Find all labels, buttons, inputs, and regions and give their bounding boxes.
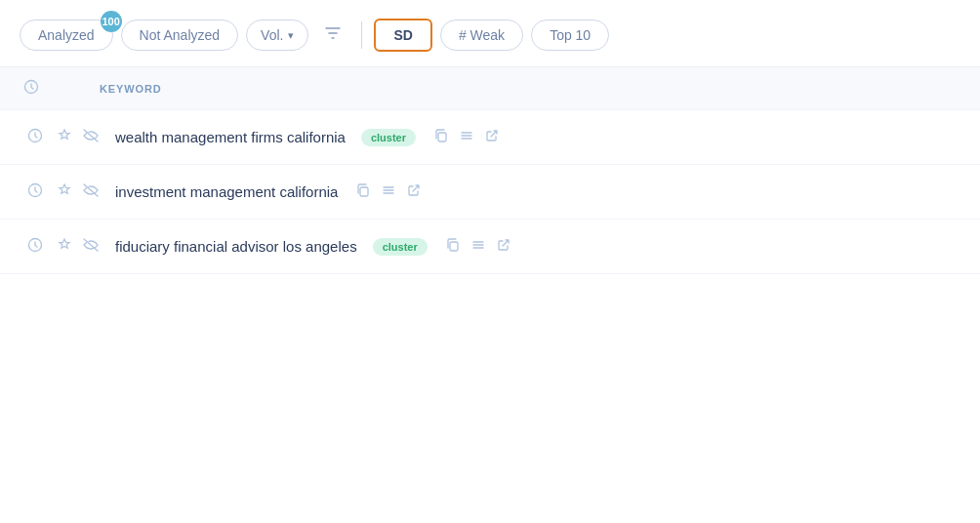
- cluster-badge: cluster: [373, 238, 428, 256]
- not-analyzed-tab[interactable]: Not Analyzed: [121, 20, 239, 51]
- row-action-icons: [57, 237, 100, 256]
- row-clock-icon: [23, 128, 47, 146]
- top10-label: Top 10: [550, 27, 591, 43]
- list-icon[interactable]: [381, 182, 396, 201]
- keyword-text: investment management california: [115, 183, 338, 200]
- svg-rect-2: [438, 133, 446, 141]
- external-link-icon[interactable]: [496, 237, 511, 256]
- header-clock-icon: [23, 79, 53, 98]
- filter-button[interactable]: [316, 18, 349, 53]
- toolbar-divider: [361, 21, 362, 49]
- external-link-icon[interactable]: [484, 128, 500, 146]
- keyword-column-header: KEYWORD: [100, 83, 162, 95]
- not-analyzed-label: Not Analyzed: [140, 27, 221, 43]
- table-row: fiduciary financial advisor los angeles …: [0, 220, 980, 274]
- star-icon[interactable]: [57, 182, 72, 201]
- analyzed-badge: 100: [101, 11, 122, 32]
- star-icon[interactable]: [57, 237, 72, 256]
- top10-tab[interactable]: Top 10: [531, 20, 609, 51]
- eye-off-icon[interactable]: [82, 182, 100, 201]
- list-icon[interactable]: [459, 128, 474, 146]
- weak-label: # Weak: [459, 27, 505, 43]
- weak-tab[interactable]: # Weak: [440, 20, 523, 51]
- chevron-down-icon: ▾: [288, 29, 294, 42]
- svg-rect-6: [450, 242, 458, 251]
- table-row: investment management california: [0, 165, 980, 220]
- keyword-table: wealth management firms california clust…: [0, 110, 980, 274]
- analyzed-label: Analyzed: [38, 27, 95, 43]
- filter-icon: [324, 24, 342, 42]
- external-link-icon[interactable]: [406, 182, 422, 201]
- keyword-text: wealth management firms california: [115, 129, 346, 145]
- copy-icon[interactable]: [433, 128, 449, 146]
- vol-label: Vol.: [261, 27, 283, 43]
- sd-label: SD: [393, 27, 412, 43]
- analyzed-tab[interactable]: Analyzed 100: [20, 20, 113, 51]
- copy-icon[interactable]: [445, 237, 461, 256]
- row-action-icons: [57, 182, 100, 201]
- table-row: wealth management firms california clust…: [0, 110, 980, 165]
- sd-tab[interactable]: SD: [374, 19, 431, 52]
- toolbar: Analyzed 100 Not Analyzed Vol. ▾ SD # We…: [0, 0, 980, 67]
- eye-off-icon[interactable]: [82, 128, 100, 146]
- keyword-action-icons: [355, 182, 422, 201]
- star-icon[interactable]: [57, 128, 72, 146]
- keyword-action-icons: [433, 128, 500, 146]
- svg-rect-4: [360, 187, 368, 196]
- list-icon[interactable]: [470, 237, 486, 256]
- cluster-badge: cluster: [361, 129, 416, 146]
- vol-dropdown[interactable]: Vol. ▾: [246, 20, 308, 51]
- row-clock-icon: [23, 237, 47, 256]
- eye-off-icon[interactable]: [82, 237, 100, 256]
- keyword-text: fiduciary financial advisor los angeles: [115, 238, 357, 255]
- keyword-action-icons: [445, 237, 511, 256]
- copy-icon[interactable]: [355, 182, 371, 201]
- row-action-icons: [57, 128, 100, 146]
- table-header: KEYWORD: [0, 67, 980, 110]
- row-clock-icon: [23, 182, 47, 201]
